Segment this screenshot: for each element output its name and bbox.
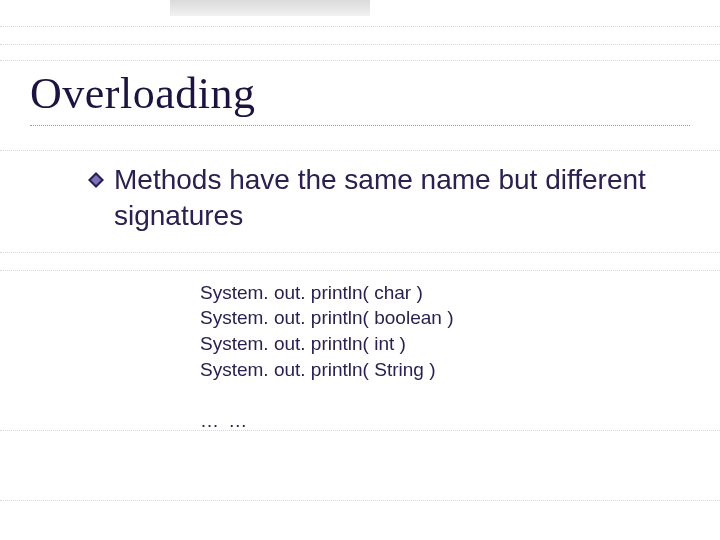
diamond-bullet-icon	[88, 172, 104, 192]
ellipsis: … …	[200, 410, 690, 432]
code-line: System. out. println( String )	[200, 359, 435, 380]
title-underline	[30, 125, 690, 126]
code-line: System. out. println( boolean )	[200, 307, 453, 328]
code-line: System. out. println( char )	[200, 282, 423, 303]
code-line: System. out. println( int )	[200, 333, 406, 354]
bullet-item: Methods have the same name but different…	[88, 162, 648, 234]
slide-title: Overloading	[30, 68, 690, 119]
bullet-text: Methods have the same name but different…	[114, 162, 648, 234]
code-example: System. out. println( char ) System. out…	[200, 280, 690, 383]
slide-body: Overloading Methods have the same name b…	[0, 0, 720, 540]
